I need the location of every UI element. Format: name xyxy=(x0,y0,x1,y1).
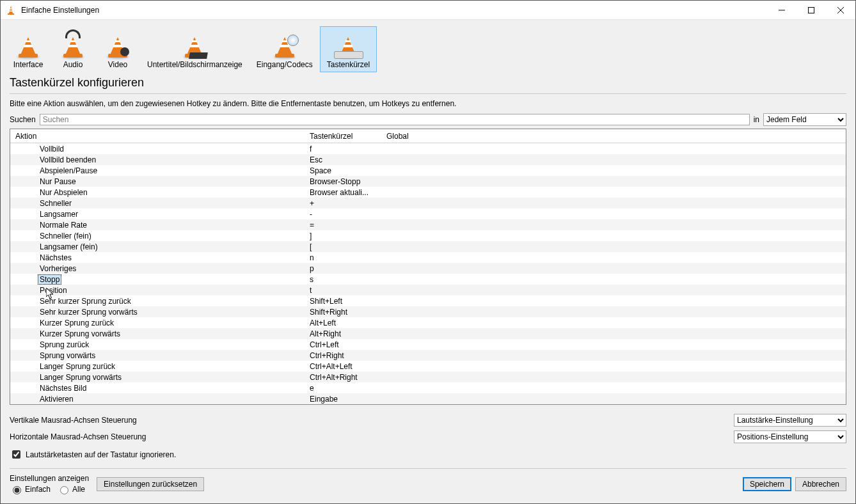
table-row[interactable]: Schneller (fein)] xyxy=(10,230,846,241)
cell-action: Position xyxy=(10,286,305,295)
ignore-volume-row: Lautstärketasten auf der Tastatur ignori… xyxy=(10,448,846,461)
horizontal-axis-label: Horizontale Mausrad-Achsen Steuerung xyxy=(10,432,146,441)
horizontal-axis-row: Horizontale Mausrad-Achsen Steuerung Pos… xyxy=(10,430,846,443)
table-row[interactable]: Vorherigesp xyxy=(10,263,846,274)
table-row[interactable]: Kurzer Sprung zurückAlt+Left xyxy=(10,317,846,328)
table-row[interactable]: Sehr kurzer Sprung vorwärtsShift+Right xyxy=(10,306,846,317)
col-header-action[interactable]: Aktion xyxy=(10,132,305,141)
search-in-select[interactable]: Jedem Feld xyxy=(763,113,846,126)
svg-rect-5 xyxy=(809,7,814,13)
col-header-hotkey[interactable]: Tastenkürzel xyxy=(305,132,381,141)
cell-action: Aktivieren xyxy=(10,395,305,404)
cell-action: Nur Pause xyxy=(10,177,305,186)
cell-action: Vollbild beenden xyxy=(10,155,305,164)
table-row[interactable]: Nächstesn xyxy=(10,252,846,263)
tab-label: Untertitel/Bildschirmanzeige xyxy=(147,60,242,69)
cell-hotkey: Browser-Stopp xyxy=(305,177,381,186)
search-input[interactable] xyxy=(40,114,750,125)
show-settings-title: Einstellungen anzeigen xyxy=(10,474,89,483)
table-row[interactable]: Langsamer (fein)[ xyxy=(10,241,846,252)
table-row[interactable]: Abspielen/PauseSpace xyxy=(10,165,846,176)
table-row[interactable]: Langer Sprung vorwärtsCtrl+Alt+Right xyxy=(10,372,846,382)
svg-rect-3 xyxy=(10,10,12,12)
cell-hotkey: p xyxy=(305,264,381,273)
table-row[interactable]: Langsamer- xyxy=(10,209,846,219)
table-row[interactable]: Positiont xyxy=(10,285,846,295)
table-row[interactable]: Langer Sprung zurückCtrl+Alt+Left xyxy=(10,361,846,372)
cell-hotkey: s xyxy=(305,275,381,284)
cell-hotkey: Ctrl+Right xyxy=(305,351,381,360)
tab-label: Eingang/Codecs xyxy=(257,60,313,69)
vertical-axis-label: Vertikale Mausrad-Achsen Steuerung xyxy=(10,416,137,425)
cell-action: Stopp xyxy=(10,274,305,285)
tab-subtitles[interactable]: Untertitel/Bildschirmanzeige xyxy=(140,26,250,72)
minimize-button[interactable] xyxy=(767,1,797,19)
instructions-text: Bitte eine Aktion auswählen, um den zuge… xyxy=(10,99,846,108)
cone-icon xyxy=(15,31,42,59)
radio-all-label[interactable]: Alle xyxy=(57,484,85,494)
cell-action: Nächstes Bild xyxy=(10,384,305,393)
svg-rect-2 xyxy=(10,8,12,10)
radio-simple[interactable] xyxy=(13,486,21,494)
table-row[interactable]: Stopps xyxy=(10,274,846,285)
cell-action: Schneller xyxy=(10,199,305,208)
cell-hotkey: [ xyxy=(305,242,381,251)
search-in-label: in xyxy=(754,115,759,124)
table-row[interactable]: Normale Rate= xyxy=(10,219,846,230)
divider xyxy=(10,93,846,94)
table-row[interactable]: Nächstes Bilde xyxy=(10,382,846,393)
cell-hotkey: Alt+Right xyxy=(305,329,381,338)
table-row[interactable]: Vollbildf xyxy=(10,143,846,154)
tab-label: Audio xyxy=(63,60,83,69)
cancel-button[interactable]: Abbrechen xyxy=(795,477,846,491)
disc-cone-icon xyxy=(271,31,298,59)
tab-video[interactable]: Video xyxy=(95,26,140,72)
cell-hotkey: Shift+Right xyxy=(305,308,381,317)
headphones-cone-icon xyxy=(59,31,86,59)
table-row[interactable]: AktivierenEingabe xyxy=(10,393,846,404)
table-body[interactable]: VollbildfVollbild beendenEscAbspielen/Pa… xyxy=(10,143,846,404)
radio-all[interactable] xyxy=(60,486,68,494)
maximize-button[interactable] xyxy=(797,1,826,19)
tab-input-codecs[interactable]: Eingang/Codecs xyxy=(250,26,320,72)
table-row[interactable]: Kurzer Sprung vorwärtsAlt+Right xyxy=(10,328,846,339)
tab-interface[interactable]: Interface xyxy=(6,26,51,72)
horizontal-axis-select[interactable]: Positions-Einstellung xyxy=(734,430,846,443)
tab-audio[interactable]: Audio xyxy=(51,26,95,72)
tab-label: Tastenkürzel xyxy=(327,60,370,69)
cell-action: Schneller (fein) xyxy=(10,232,305,240)
show-settings-group: Einstellungen anzeigen Einfach Alle xyxy=(10,474,89,494)
window-title: Einfache Einstellungen xyxy=(21,6,767,15)
table-row[interactable]: Nur PauseBrowser-Stopp xyxy=(10,176,846,187)
table-row[interactable]: Sehr kurzer Sprung zurückShift+Left xyxy=(10,295,846,306)
tab-hotkeys[interactable]: Tastenkürzel xyxy=(320,26,377,72)
save-button[interactable]: Speichern xyxy=(743,477,791,491)
cell-hotkey: Shift+Left xyxy=(305,297,381,306)
table-row[interactable]: Nur AbspielenBrowser aktuali... xyxy=(10,187,846,198)
close-button[interactable] xyxy=(826,1,855,19)
cell-action: Sprung vorwärts xyxy=(10,351,305,360)
table-row[interactable]: Sprung zurückCtrl+Left xyxy=(10,339,846,350)
cell-hotkey: n xyxy=(305,253,381,262)
category-tabstrip: Interface Audio Video Untertitel/Bildsch… xyxy=(1,20,855,72)
cell-hotkey: Ctrl+Alt+Right xyxy=(305,373,381,382)
table-row[interactable]: Schneller+ xyxy=(10,198,846,209)
vertical-axis-row: Vertikale Mausrad-Achsen Steuerung Lauts… xyxy=(10,414,846,427)
cell-action: Kurzer Sprung zurück xyxy=(10,319,305,327)
ignore-volume-checkbox[interactable] xyxy=(12,450,20,459)
tab-label: Interface xyxy=(13,60,44,69)
cell-action: Langer Sprung zurück xyxy=(10,362,305,371)
col-header-global[interactable]: Global xyxy=(381,132,835,141)
table-row[interactable]: Vollbild beendenEsc xyxy=(10,154,846,165)
reset-button[interactable]: Einstellungen zurücksetzen xyxy=(97,477,204,491)
clapboard-cone-icon xyxy=(181,31,208,59)
ignore-volume-label: Lautstärketasten auf der Tastatur ignori… xyxy=(26,450,176,459)
table-row[interactable]: Sprung vorwärtsCtrl+Right xyxy=(10,350,846,361)
window-controls xyxy=(767,1,855,19)
svg-marker-0 xyxy=(9,6,13,13)
cell-action: Nächstes xyxy=(10,253,305,262)
vertical-axis-select[interactable]: Lautstärke-Einstellung xyxy=(734,414,846,427)
radio-simple-label[interactable]: Einfach xyxy=(10,484,51,494)
cell-action: Sprung zurück xyxy=(10,340,305,349)
cell-action: Kurzer Sprung vorwärts xyxy=(10,329,305,338)
